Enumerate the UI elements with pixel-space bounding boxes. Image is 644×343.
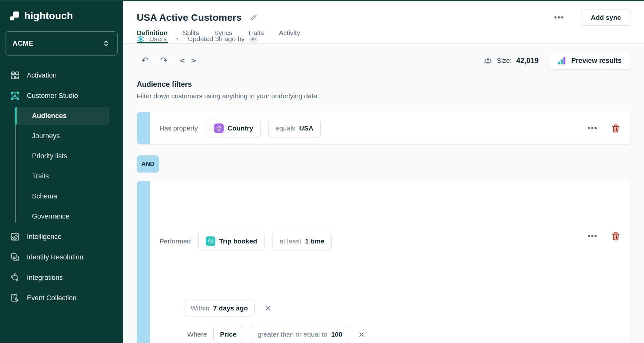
- event-chip-trip-booked[interactable]: Trip booked: [198, 232, 264, 251]
- sidebar-item-event-collection[interactable]: Event Collection: [0, 288, 123, 308]
- condition-connector-and[interactable]: AND: [137, 155, 159, 173]
- sidebar-item-label: Identity Resolution: [27, 253, 83, 261]
- operator-chip-equals-usa[interactable]: equals USA: [268, 119, 321, 138]
- where-operator: greater than or equal to: [257, 331, 327, 338]
- active-item-indicator: [15, 107, 17, 125]
- delete-condition-icon[interactable]: [611, 231, 620, 241]
- workspace-chevrons-icon: [102, 39, 110, 48]
- audience-filters-heading: Audience filters: [137, 80, 631, 89]
- main-area: USA Active Customers ••• Add sync Users …: [123, 0, 644, 343]
- sidebar-item-governance[interactable]: Governance: [0, 206, 123, 227]
- customer-studio-icon: [10, 90, 20, 101]
- definition-content: ↶ ↷ < > Size: 42,019: [123, 44, 644, 343]
- window-top-border: [0, 0, 644, 1]
- operator-value: USA: [299, 124, 313, 132]
- sidebar-item-label: Journeys: [32, 132, 60, 140]
- where-operator-chip[interactable]: greater than or equal to 100: [251, 326, 349, 343]
- workspace-selector[interactable]: ACME: [5, 31, 118, 56]
- tab-activity[interactable]: Activity: [279, 29, 300, 43]
- event-clock-icon: [206, 236, 215, 246]
- logo-text: hightouch: [24, 10, 73, 22]
- tab-definition[interactable]: Definition: [137, 29, 168, 43]
- audience-people-icon: [484, 56, 492, 65]
- window-prefix: Within: [191, 304, 209, 312]
- undo-icon[interactable]: ↶: [141, 56, 149, 65]
- event-collection-icon: [10, 293, 20, 303]
- condition-accent-strip: [137, 181, 150, 343]
- remove-time-window-icon[interactable]: ×: [265, 303, 271, 313]
- edit-title-icon[interactable]: [249, 13, 258, 22]
- preview-results-label: Preview results: [571, 57, 622, 65]
- sidebar-item-label: Intelligence: [27, 233, 62, 241]
- header-overflow-menu[interactable]: •••: [554, 13, 564, 22]
- condition-overflow-menu[interactable]: •••: [587, 232, 598, 241]
- sidebar-item-label: Activation: [27, 71, 57, 79]
- sidebar-nav: Activation Customer Studio Audiences: [0, 65, 123, 308]
- sidebar-item-priority-lists[interactable]: Priority lists: [0, 146, 123, 166]
- audience-filters-subheading: Filter down customers using anything in …: [137, 92, 631, 100]
- event-name: Trip booked: [219, 237, 257, 245]
- where-property-chip[interactable]: Price: [213, 326, 243, 343]
- logo: hightouch: [0, 0, 123, 22]
- property-cube-icon: [214, 123, 224, 133]
- size-label: Size:: [497, 57, 512, 64]
- sidebar-item-label: Event Collection: [27, 294, 76, 302]
- sidebar-item-identity-resolution[interactable]: Identity Resolution: [0, 247, 123, 267]
- sidebar-item-integrations[interactable]: Integrations: [0, 267, 123, 288]
- intelligence-icon: [10, 231, 20, 242]
- sidebar: hightouch ACME Activation: [0, 0, 123, 343]
- filter-condition-event: Performed Trip booked at least 1 time: [137, 181, 631, 343]
- frequency-chip[interactable]: at least 1 time: [272, 232, 332, 251]
- where-value: 100: [331, 331, 342, 338]
- sidebar-item-label: Priority lists: [32, 152, 67, 160]
- sidebar-item-audiences[interactable]: Audiences: [15, 107, 109, 125]
- tab-syncs[interactable]: Syncs: [214, 29, 232, 43]
- customer-studio-subnav: Audiences Journeys Priority lists Traits…: [0, 107, 123, 227]
- tab-bar: Definition Splits Syncs Traits Activity: [137, 29, 300, 43]
- workspace-name: ACME: [12, 39, 33, 48]
- activation-icon: [10, 70, 20, 81]
- time-window-chip[interactable]: Within 7 days ago: [184, 300, 255, 317]
- add-sync-button[interactable]: Add sync: [581, 10, 631, 26]
- sidebar-item-traits[interactable]: Traits: [0, 166, 123, 186]
- property-name: Country: [227, 124, 253, 132]
- frequency-value: 1 time: [305, 237, 325, 245]
- size-value: 42,019: [516, 56, 539, 65]
- bar-chart-icon: [557, 56, 566, 65]
- where-label: Where: [187, 331, 207, 338]
- redo-icon[interactable]: ↷: [160, 56, 167, 65]
- tab-traits[interactable]: Traits: [247, 29, 264, 43]
- operator-label: equals: [276, 124, 295, 132]
- sidebar-item-journeys[interactable]: Journeys: [0, 126, 123, 146]
- sidebar-item-label: Governance: [32, 213, 69, 220]
- where-property-name: Price: [220, 331, 236, 338]
- tab-splits[interactable]: Splits: [183, 29, 199, 43]
- hightouch-logo-icon: [10, 11, 20, 21]
- code-view-icon[interactable]: < >: [179, 57, 198, 64]
- sidebar-item-customer-studio[interactable]: Customer Studio: [0, 86, 123, 106]
- sidebar-item-label: Audiences: [32, 112, 67, 120]
- integrations-icon: [10, 272, 20, 283]
- identity-resolution-icon: [10, 252, 20, 263]
- page-header: USA Active Customers ••• Add sync Users …: [123, 0, 644, 44]
- frequency-prefix: at least: [280, 237, 301, 245]
- sidebar-item-label: Integrations: [27, 274, 63, 282]
- definition-toolbar: ↶ ↷ < > Size: 42,019: [137, 51, 631, 70]
- sidebar-item-schema[interactable]: Schema: [0, 186, 123, 206]
- delete-condition-icon[interactable]: [611, 123, 620, 133]
- filter-condition-property: Has property Country equals USA •••: [137, 112, 631, 145]
- sidebar-item-label: Customer Studio: [27, 92, 78, 100]
- condition-overflow-menu[interactable]: •••: [587, 124, 598, 133]
- condition-accent-strip: [137, 112, 150, 144]
- sidebar-item-label: Traits: [32, 172, 49, 180]
- sidebar-item-activation[interactable]: Activation: [0, 65, 123, 86]
- condition-prefix: Has property: [159, 124, 198, 132]
- sidebar-item-intelligence[interactable]: Intelligence: [0, 227, 123, 247]
- window-value: 7 days ago: [213, 304, 248, 312]
- page-title: USA Active Customers: [137, 12, 242, 23]
- preview-results-button[interactable]: Preview results: [548, 52, 631, 70]
- condition-prefix: Performed: [159, 237, 191, 245]
- remove-where-filter-icon[interactable]: ×: [359, 329, 365, 339]
- property-chip-country[interactable]: Country: [207, 119, 261, 138]
- audience-size: Size: 42,019: [484, 56, 539, 65]
